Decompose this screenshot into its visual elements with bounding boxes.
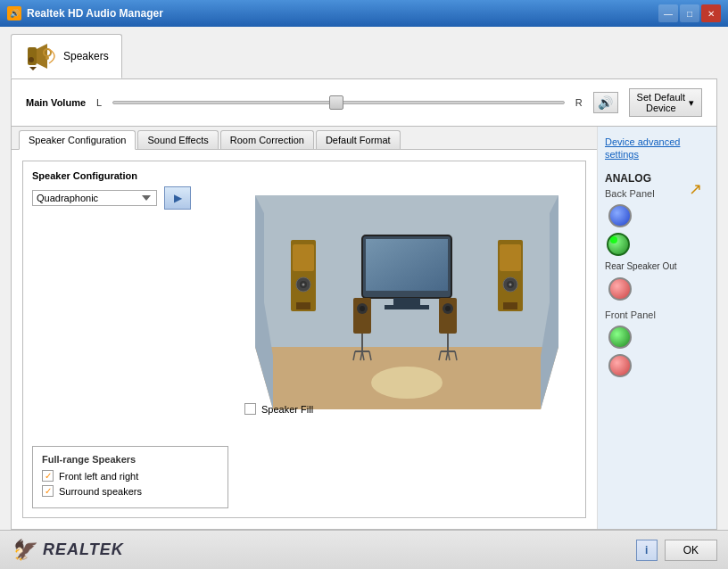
checkbox-surround: ✓ Surround speakers — [42, 485, 219, 497]
device-advanced-settings-link[interactable]: Device advanced settings — [605, 136, 709, 161]
volume-label: Main Volume — [26, 97, 86, 108]
front-label: Front left and right — [59, 471, 138, 482]
front-panel-label: Front Panel — [605, 309, 709, 320]
right-label-wrap: R — [575, 97, 583, 108]
jack-pink[interactable] — [608, 277, 632, 301]
realtek-logo: 🦅 REALTEK — [11, 539, 124, 562]
bottom-bar: 🦅 REALTEK i OK — [0, 530, 728, 569]
tabs-bar: Speaker Configuration Sound Effects Room… — [12, 127, 597, 150]
right-panel: Device advanced settings ↗ ANALOG Back P… — [597, 127, 716, 529]
jack-green-front[interactable] — [608, 326, 632, 349]
top-section: Speakers — [0, 27, 728, 78]
svg-point-28 — [360, 306, 365, 311]
tab-sound-effects[interactable]: Sound Effects — [137, 130, 218, 149]
tab-content-speaker-config: Speaker Configuration Quadraphonic Stere… — [12, 150, 597, 529]
volume-slider-thumb[interactable] — [329, 95, 343, 110]
room-visualization: Speaker Fill — [237, 186, 576, 418]
realtek-icon: 🦅 — [11, 539, 36, 562]
rear-speaker-label: Rear Speaker Out — [605, 261, 709, 272]
svg-rect-16 — [500, 244, 521, 271]
title-text: Realtek HD Audio Manager — [27, 7, 163, 20]
tab-inner-layout: Quadraphonic Stereo 5.1 Surround 7.1 Sur… — [32, 186, 576, 508]
jack-green-rear[interactable] — [607, 233, 630, 256]
speaker-fill-row: Speaker Fill — [237, 400, 320, 418]
app-icon: 🔊 — [7, 6, 21, 21]
ok-label: OK — [683, 544, 699, 557]
set-default-button[interactable]: Set DefaultDevice ▾ — [629, 88, 702, 117]
set-default-dropdown-arrow[interactable]: ▾ — [689, 97, 694, 109]
svg-point-44 — [371, 367, 443, 399]
right-label: R — [575, 97, 583, 108]
info-button[interactable]: i — [636, 540, 658, 561]
set-default-label: Set DefaultDevice — [637, 92, 685, 113]
tab-speaker-configuration[interactable]: Speaker Configuration — [19, 130, 136, 150]
speaker-config-dropdown[interactable]: Quadraphonic Stereo 5.1 Surround 7.1 Sur… — [32, 190, 157, 206]
main-window: Speakers Main Volume L R 🔊 Set DefaultDe… — [0, 27, 728, 569]
lr-labels: L — [96, 97, 102, 108]
svg-point-4 — [29, 57, 34, 62]
minimize-button[interactable]: — — [658, 4, 678, 22]
svg-rect-20 — [503, 302, 517, 309]
maximize-button[interactable]: □ — [680, 4, 699, 22]
speaker-tab-icon — [24, 40, 56, 72]
tab-room-correction[interactable]: Room Correction — [220, 130, 314, 149]
volume-section: Main Volume L R 🔊 Set DefaultDevice ▾ — [11, 78, 717, 127]
yellow-arrow-icon: ↗ — [689, 179, 702, 199]
front-checkbox[interactable]: ✓ — [42, 470, 54, 482]
left-panel: Speaker Configuration Sound Effects Room… — [12, 127, 597, 529]
svg-point-19 — [509, 284, 512, 286]
speaker-tab-label: Speakers — [63, 50, 109, 62]
svg-rect-25 — [385, 305, 429, 309]
svg-point-13 — [302, 284, 305, 286]
bottom-right: i OK — [636, 540, 717, 561]
svg-rect-0 — [28, 47, 37, 65]
info-icon: i — [645, 544, 648, 557]
realtek-label: REALTEK — [43, 540, 124, 559]
speaker-fill-label: Speaker Fill — [261, 404, 313, 415]
volume-slider-track[interactable] — [112, 101, 564, 104]
svg-rect-10 — [293, 244, 314, 271]
left-controls: Quadraphonic Stereo 5.1 Surround 7.1 Sur… — [32, 186, 237, 508]
config-row: Quadraphonic Stereo 5.1 Surround 7.1 Sur… — [32, 186, 237, 210]
title-bar: 🔊 Realtek HD Audio Manager — □ ✕ — [0, 0, 728, 27]
tab-default-format[interactable]: Default Format — [316, 130, 401, 149]
speakers-tab[interactable]: Speakers — [11, 34, 122, 78]
ok-button[interactable]: OK — [665, 540, 717, 561]
surround-label: Surround speakers — [59, 486, 142, 497]
speaker-config-inner: Speaker Configuration Quadraphonic Stere… — [22, 161, 586, 518]
svg-rect-14 — [296, 302, 310, 309]
content-area: Speaker Configuration Sound Effects Room… — [11, 127, 717, 530]
svg-point-3 — [46, 56, 49, 60]
svg-rect-23 — [366, 239, 448, 291]
mute-button[interactable]: 🔊 — [593, 92, 618, 113]
room-svg — [237, 186, 576, 418]
window-controls: — □ ✕ — [658, 4, 721, 22]
speaker-icon: 🔊 — [598, 95, 613, 110]
jack-blue[interactable] — [608, 204, 632, 227]
play-icon: ▶ — [174, 192, 182, 204]
full-range-speakers-box: Full-range Speakers ✓ Front left and rig… — [32, 446, 228, 508]
jack-pink-front[interactable] — [608, 354, 632, 377]
speaker-fill-checkbox[interactable] — [244, 403, 256, 415]
close-button[interactable]: ✕ — [701, 4, 721, 22]
checkbox-front: ✓ Front left and right — [42, 470, 219, 482]
full-range-title: Full-range Speakers — [42, 454, 219, 465]
svg-rect-24 — [393, 298, 420, 305]
svg-point-37 — [445, 306, 451, 311]
speaker-config-section-label: Speaker Configuration — [32, 170, 576, 181]
surround-checkbox[interactable]: ✓ — [42, 485, 54, 497]
play-button[interactable]: ▶ — [164, 186, 191, 210]
left-label: L — [96, 97, 102, 108]
